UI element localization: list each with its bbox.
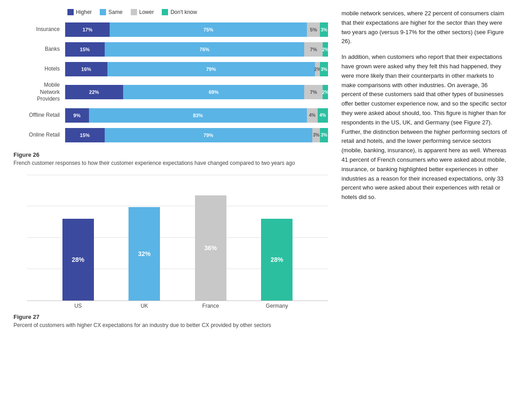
vchart-xlabel-france: France: [177, 301, 244, 309]
legend-label-higher: Higher: [76, 9, 92, 15]
bar-segment-dontknow: 4%: [318, 108, 328, 123]
vchart-container: 28%32%36%28%: [27, 175, 328, 301]
bar-track: 22%69%7%2%: [65, 85, 328, 99]
legend-color-higher: [67, 9, 74, 15]
chart-legend: Higher Same Lower Don't know: [67, 9, 328, 15]
bar-track: 15%76%7%2%: [65, 42, 328, 57]
bar-row-label: Banks: [13, 46, 65, 53]
bar-row: Online Retail15%79%3%3%: [13, 128, 328, 142]
bar-row-label: MobileNetworkProviders: [13, 82, 65, 103]
bar-segment-dontknow: 2%: [323, 42, 328, 57]
bar-row: Banks15%76%7%2%: [13, 42, 328, 57]
bar-segment-same: 76%: [105, 42, 305, 57]
bar-track: 16%79%2%3%: [65, 62, 328, 76]
figure27-caption: Figure 27 Percent of customers with high…: [13, 314, 328, 329]
vchart-bar-germany: 28%: [261, 219, 293, 301]
vchart-bar-inner-uk: 32%: [129, 207, 160, 301]
bar-segment-lower: 3%: [312, 128, 320, 142]
right-paragraph2: In addition, when customers who report t…: [341, 53, 508, 202]
bar-segment-dontknow: 3%: [320, 22, 328, 37]
bar-segment-lower: 7%: [304, 85, 323, 99]
vchart-bar-group-france: 36%: [177, 195, 244, 301]
right-panel: mobile network services, where 22 percen…: [337, 9, 508, 402]
bar-segment-same: 75%: [110, 22, 307, 37]
bar-row: Insurance17%75%5%3%: [13, 22, 328, 37]
bar-segment-dontknow: 3%: [320, 128, 328, 142]
bar-segment-same: 83%: [89, 108, 307, 123]
bar-segment-same: 79%: [105, 128, 312, 142]
legend-color-lower: [131, 9, 137, 15]
bar-segment-lower: 5%: [307, 22, 320, 37]
bar-segment-dontknow: 3%: [320, 62, 328, 76]
figure26-desc: French customer responses to how their c…: [13, 159, 328, 167]
bar-track: 17%75%5%3%: [65, 22, 328, 37]
vchart-xlabel-uk: UK: [111, 301, 178, 309]
vchart-bar-uk: 32%: [129, 207, 160, 301]
bar-row: Offline Retail9%83%4%4%: [13, 108, 328, 123]
bar-segment-lower: 4%: [307, 108, 317, 123]
vertical-bar-chart: 28%32%36%28% USUKFranceGermany: [13, 175, 328, 309]
legend-label-lower: Lower: [139, 9, 154, 15]
bar-row-label: Insurance: [13, 26, 65, 33]
vchart-xlabel-us: US: [45, 301, 111, 309]
bar-row: Hotels16%79%2%3%: [13, 62, 328, 76]
bar-segment-higher: 9%: [65, 108, 89, 123]
bar-segment-dontknow: 2%: [323, 85, 328, 99]
vchart-bar-inner-us: 28%: [62, 219, 94, 301]
bar-segment-lower: 2%: [315, 62, 320, 76]
figure27-desc: Percent of customers with higher CX expe…: [13, 322, 328, 329]
left-panel: Higher Same Lower Don't know Insurance17…: [13, 9, 337, 402]
figure26-label: Figure 26: [13, 151, 328, 158]
bar-segment-lower: 7%: [304, 42, 323, 57]
legend-label-same: Same: [108, 9, 122, 15]
right-paragraph1: mobile network services, where 22 percen…: [341, 9, 508, 46]
vchart-bar-inner-france: 36%: [195, 195, 226, 301]
bar-row: MobileNetworkProviders22%69%7%2%: [13, 82, 328, 103]
bar-segment-higher: 15%: [65, 42, 105, 57]
vchart-bar-us: 28%: [62, 219, 94, 301]
bar-track: 9%83%4%4%: [65, 108, 328, 123]
bar-segment-higher: 17%: [65, 22, 110, 37]
bar-segment-same: 69%: [123, 85, 305, 99]
bar-row-label: Online Retail: [13, 132, 65, 139]
legend-item-dontknow: Don't know: [162, 9, 197, 15]
legend-item-same: Same: [100, 9, 122, 15]
bar-row-label: Offline Retail: [13, 112, 65, 119]
vchart-x-axis: USUKFranceGermany: [27, 301, 328, 309]
bar-track: 15%79%3%3%: [65, 128, 328, 142]
stacked-bar-chart: Insurance17%75%5%3%Banks15%76%7%2%Hotels…: [13, 22, 328, 142]
bar-segment-same: 79%: [107, 62, 315, 76]
vchart-bar-group-germany: 28%: [244, 219, 310, 301]
bar-segment-higher: 22%: [65, 85, 123, 99]
vchart-xlabel-germany: Germany: [244, 301, 310, 309]
legend-color-same: [100, 9, 106, 15]
legend-label-dontknow: Don't know: [170, 9, 197, 15]
vchart-bar-group-us: 28%: [45, 219, 111, 301]
bar-segment-higher: 16%: [65, 62, 107, 76]
bar-row-label: Hotels: [13, 66, 65, 73]
legend-color-dontknow: [162, 9, 168, 15]
vchart-bar-france: 36%: [195, 195, 226, 301]
vchart-bar-group-uk: 32%: [111, 207, 178, 301]
legend-item-higher: Higher: [67, 9, 92, 15]
vchart-bar-inner-germany: 28%: [261, 219, 293, 301]
bar-segment-higher: 15%: [65, 128, 105, 142]
figure27-label: Figure 27: [13, 314, 328, 320]
figure26-caption: Figure 26 French customer responses to h…: [13, 151, 328, 167]
legend-item-lower: Lower: [131, 9, 154, 15]
